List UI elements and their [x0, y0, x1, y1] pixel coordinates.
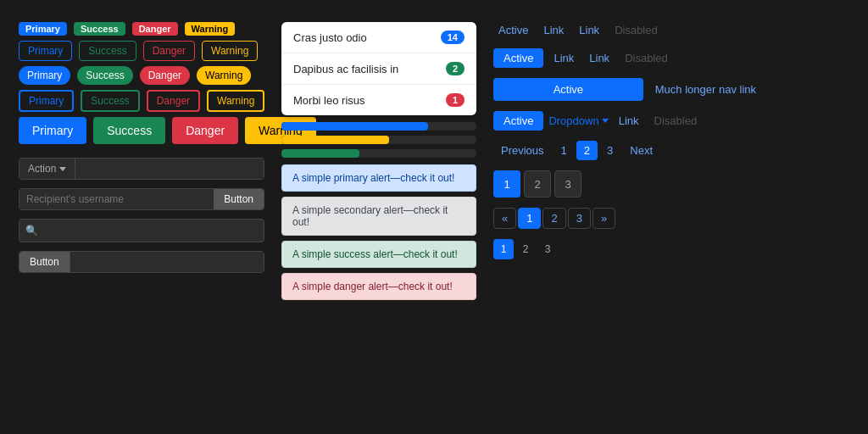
- alert-success: A simple success alert—check it out!: [281, 241, 476, 268]
- alert-secondary: A simple secondary alert—check it out!: [281, 197, 476, 236]
- outline-danger-button[interactable]: Danger: [143, 41, 195, 61]
- thick-outline-warning-button[interactable]: Warning: [207, 90, 264, 112]
- pagination3-page-1[interactable]: 1: [518, 208, 541, 229]
- outline-primary-button[interactable]: Primary: [19, 41, 72, 61]
- rounded-success-button[interactable]: Success: [77, 66, 132, 85]
- action-label: Action: [28, 163, 56, 175]
- badge-row: Primary Success Danger Warning: [19, 22, 264, 36]
- list-item: Dapibus ac facilisis in 2: [281, 53, 476, 85]
- pagination-page-3[interactable]: 3: [599, 141, 620, 160]
- nav-dropdown-label: Dropdown: [548, 114, 598, 127]
- nav-disabled-4: Disabled: [649, 113, 703, 129]
- list-item: Morbi leo risus 1: [281, 85, 476, 115]
- middle-column: Cras justo odio 14 Dapibus ac facilisis …: [281, 22, 476, 412]
- list-item: Cras justo odio 14: [281, 22, 476, 53]
- pagination-page-1[interactable]: 1: [554, 141, 575, 160]
- nav-dropdown-button[interactable]: Dropdown: [548, 114, 608, 127]
- badge-warning: Warning: [185, 22, 236, 36]
- recipient-input[interactable]: [19, 189, 214, 209]
- progress-bar-2: [281, 136, 476, 144]
- pagination3-page-2[interactable]: 2: [542, 208, 565, 229]
- pagination-4: 1 2 3: [493, 239, 756, 259]
- pagination3-page-3[interactable]: 3: [568, 208, 591, 229]
- progress-section: [281, 122, 476, 158]
- pagination-2: 1 2 3: [493, 170, 756, 198]
- progress-bar-3: [281, 149, 476, 158]
- list-item-text: Dapibus ac facilisis in: [293, 63, 398, 75]
- pagination-page-2[interactable]: 2: [576, 141, 598, 160]
- nav-link-2a[interactable]: Link: [548, 50, 579, 66]
- pagination2-page-1[interactable]: 1: [493, 170, 520, 198]
- alert-section: A simple primary alert—check it out! A s…: [281, 164, 476, 300]
- action-input[interactable]: [75, 159, 264, 179]
- rounded-warning-button[interactable]: Warning: [197, 66, 251, 85]
- inline-input[interactable]: [70, 252, 264, 272]
- progress-fill-blue: [281, 122, 428, 131]
- pagination2-page-2[interactable]: 2: [524, 170, 551, 198]
- rounded-primary-button[interactable]: Primary: [19, 66, 70, 85]
- pagination4-page-3[interactable]: 3: [537, 239, 558, 259]
- thick-outline-primary-button[interactable]: Primary: [19, 90, 74, 112]
- input-section: Action Button 🔍 Button: [19, 158, 264, 273]
- list-item-text: Morbi leo risus: [293, 94, 365, 107]
- alert-danger: A simple danger alert—check it out!: [281, 273, 476, 300]
- nav-longer-link-3[interactable]: Much longer nav link: [655, 83, 756, 96]
- pagination-prev[interactable]: Previous: [493, 141, 552, 160]
- badge-danger: Danger: [132, 22, 178, 36]
- nav-row-2: Active Link Link Disabled: [493, 48, 756, 68]
- progress-fill-green: [281, 149, 359, 158]
- nav-row-3: Active Much longer nav link: [493, 78, 756, 101]
- nav-row-4: Active Dropdown Link Disabled: [493, 111, 756, 131]
- rounded-danger-button[interactable]: Danger: [140, 66, 190, 85]
- list-badge-red: 1: [446, 93, 465, 107]
- alert-primary: A simple primary alert—check it out!: [281, 164, 476, 192]
- outline-success-button[interactable]: Success: [79, 41, 136, 61]
- pagination3-last[interactable]: »: [593, 208, 615, 229]
- nav-disabled-2: Disabled: [620, 50, 673, 66]
- outline-warning-button[interactable]: Warning: [202, 41, 258, 61]
- nav-disabled-1: Disabled: [609, 22, 663, 38]
- search-icon: 🔍: [25, 225, 38, 236]
- nav-active-pill-2[interactable]: Active: [493, 48, 543, 68]
- right-column: Active Link Link Disabled Active Link Li…: [493, 22, 756, 412]
- pagination-1: Previous 1 2 3 Next: [493, 141, 756, 160]
- action-addon[interactable]: Action: [19, 159, 75, 179]
- progress-fill-yellow: [281, 136, 389, 144]
- large-success-button[interactable]: Success: [93, 117, 165, 144]
- list-badge-green: 2: [446, 62, 465, 75]
- search-input-group: 🔍: [19, 219, 264, 242]
- large-danger-button[interactable]: Danger: [172, 117, 238, 144]
- pagination4-page-1[interactable]: 1: [493, 239, 514, 259]
- nav-row-1: Active Link Link Disabled: [493, 22, 756, 38]
- pagination-3: « 1 2 3 »: [493, 208, 756, 229]
- thick-outline-success-button[interactable]: Success: [81, 90, 139, 112]
- pagination3-first[interactable]: «: [493, 208, 516, 229]
- badge-primary: Primary: [19, 22, 67, 36]
- nav-link-2b[interactable]: Link: [584, 50, 615, 66]
- recipient-button[interactable]: Button: [214, 189, 264, 209]
- search-input[interactable]: [19, 219, 264, 242]
- large-primary-button[interactable]: Primary: [19, 117, 86, 144]
- list-item-text: Cras justo odio: [293, 31, 367, 44]
- thick-outline-btn-row: Primary Success Danger Warning: [19, 90, 264, 112]
- button-input-group: Button: [19, 251, 264, 273]
- large-btn-row: Primary Success Danger Warning: [19, 117, 264, 144]
- nav-active-wide-3[interactable]: Active: [493, 78, 643, 101]
- action-input-group: Action: [19, 158, 264, 180]
- nav-link-4[interactable]: Link: [614, 113, 644, 129]
- recipient-input-group: Button: [19, 188, 264, 210]
- nav-link-1a[interactable]: Link: [538, 22, 569, 38]
- nav-active-1[interactable]: Active: [493, 22, 533, 38]
- pagination-next[interactable]: Next: [622, 141, 660, 160]
- progress-bar-1: [281, 122, 476, 131]
- badge-success: Success: [74, 22, 125, 36]
- action-caret-icon: [59, 167, 66, 171]
- pagination4-page-2[interactable]: 2: [515, 239, 536, 259]
- pagination2-page-3[interactable]: 3: [554, 170, 581, 198]
- thick-outline-danger-button[interactable]: Danger: [147, 90, 200, 112]
- nav-link-1b[interactable]: Link: [574, 22, 604, 38]
- button-showcase: Primary Success Danger Warning Primary S…: [19, 22, 264, 412]
- inline-button[interactable]: Button: [19, 252, 70, 272]
- nav-active-4[interactable]: Active: [493, 111, 543, 131]
- list-group: Cras justo odio 14 Dapibus ac facilisis …: [281, 22, 476, 115]
